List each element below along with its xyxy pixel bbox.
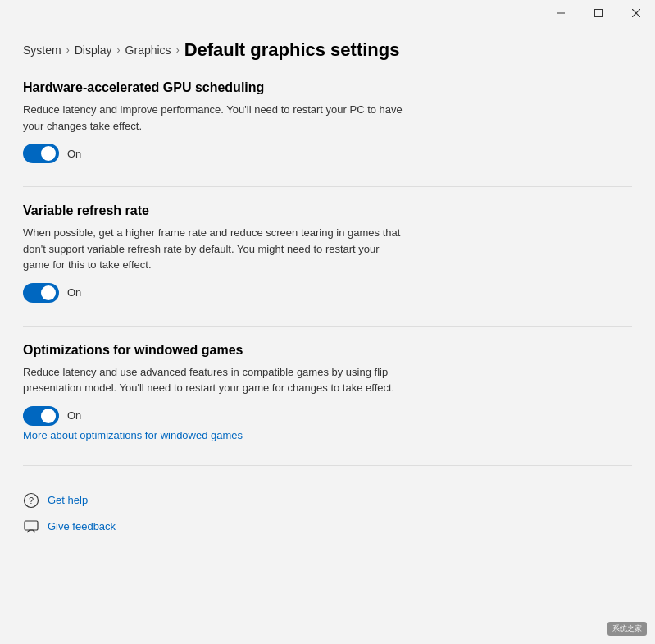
divider-1 xyxy=(23,186,632,187)
page-title: Default graphics settings xyxy=(184,39,400,61)
variable-refresh-toggle[interactable] xyxy=(23,283,59,303)
gpu-scheduling-toggle[interactable] xyxy=(23,144,59,163)
feedback-icon xyxy=(23,518,39,535)
divider-3 xyxy=(23,465,632,466)
divider-2 xyxy=(23,326,632,327)
breadcrumb-sep-2: › xyxy=(117,44,121,56)
variable-refresh-desc: When possible, get a higher frame rate a… xyxy=(23,225,408,273)
breadcrumb-sep-1: › xyxy=(66,44,70,56)
variable-refresh-section: Variable refresh rate When possible, get… xyxy=(23,203,632,303)
windowed-games-toggle-row: On xyxy=(23,406,632,426)
give-feedback-link[interactable]: Give feedback xyxy=(48,520,116,532)
svg-rect-1 xyxy=(595,10,603,17)
windowed-games-section: Optimizations for windowed games Reduce … xyxy=(23,343,632,442)
breadcrumb-graphics[interactable]: Graphics xyxy=(125,43,171,57)
windowed-games-desc: Reduce latency and use advanced features… xyxy=(23,364,408,396)
variable-refresh-toggle-row: On xyxy=(23,283,632,303)
footer-links: ? Get help Give feedback xyxy=(23,492,632,535)
title-bar xyxy=(542,0,655,26)
gpu-scheduling-desc: Reduce latency and improve performance. … xyxy=(23,102,408,134)
windowed-games-link[interactable]: More about optimizations for windowed ga… xyxy=(23,429,243,441)
breadcrumb-system[interactable]: System xyxy=(23,43,61,57)
windowed-games-toggle-label: On xyxy=(67,409,81,422)
gpu-scheduling-title: Hardware-accelerated GPU scheduling xyxy=(23,80,632,95)
variable-refresh-title: Variable refresh rate xyxy=(23,203,632,218)
gpu-scheduling-section: Hardware-accelerated GPU scheduling Redu… xyxy=(23,80,632,163)
breadcrumb-sep-3: › xyxy=(176,44,180,56)
main-content: System › Display › Graphics › Default gr… xyxy=(0,0,655,644)
svg-rect-0 xyxy=(557,13,565,14)
close-button[interactable] xyxy=(617,0,655,26)
variable-refresh-toggle-label: On xyxy=(67,286,81,299)
breadcrumb: System › Display › Graphics › Default gr… xyxy=(23,39,632,61)
windowed-games-title: Optimizations for windowed games xyxy=(23,343,632,358)
windowed-games-toggle[interactable] xyxy=(23,406,59,426)
get-help-link[interactable]: Get help xyxy=(48,494,88,506)
give-feedback-item: Give feedback xyxy=(23,518,632,535)
svg-text:?: ? xyxy=(29,496,34,505)
breadcrumb-display[interactable]: Display xyxy=(75,43,112,57)
gpu-scheduling-toggle-row: On xyxy=(23,144,632,163)
minimize-button[interactable] xyxy=(542,0,580,26)
get-help-item: ? Get help xyxy=(23,492,632,509)
help-icon: ? xyxy=(23,492,39,509)
gpu-scheduling-toggle-label: On xyxy=(67,148,81,160)
maximize-button[interactable] xyxy=(580,0,617,26)
svg-rect-6 xyxy=(25,521,38,530)
